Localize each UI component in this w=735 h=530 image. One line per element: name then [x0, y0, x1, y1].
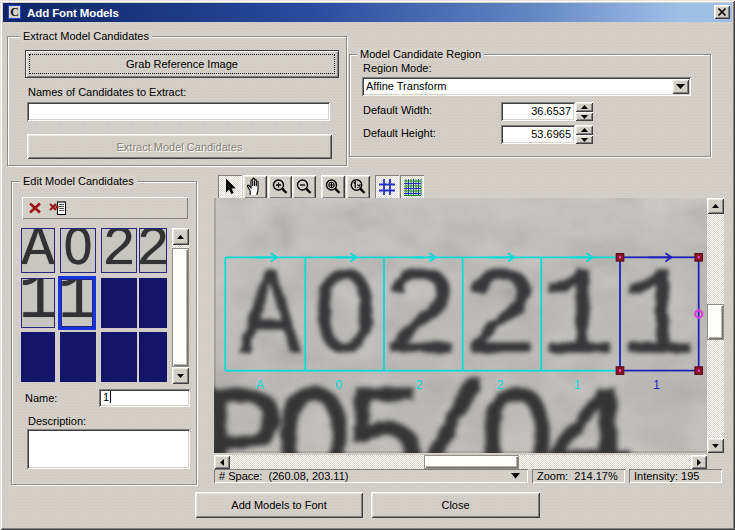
svg-text:0: 0	[335, 378, 342, 392]
svg-text:2: 2	[416, 378, 423, 392]
svg-text:4: 4	[543, 366, 637, 453]
svg-text:1: 1	[653, 378, 660, 392]
svg-text:2: 2	[497, 378, 504, 392]
svg-text:1: 1	[574, 378, 581, 392]
svg-text:A: A	[256, 378, 264, 392]
svg-text:P: P	[214, 366, 286, 453]
